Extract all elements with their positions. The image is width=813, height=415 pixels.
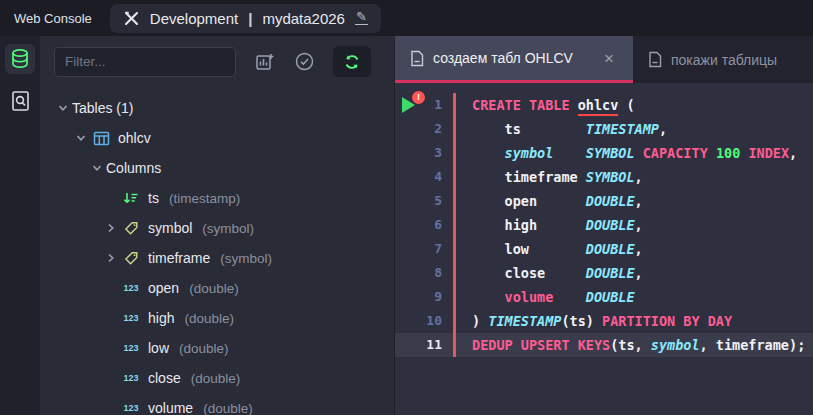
- chevron-right-icon[interactable]: [102, 222, 120, 234]
- code-text: ts TIMESTAMP,: [456, 117, 667, 141]
- tab-show-tables[interactable]: покажи таблицы: [633, 36, 792, 83]
- environment-name: Development: [150, 10, 238, 27]
- left-rail: [0, 36, 40, 415]
- tree-row-ts[interactable]: ts(timestamp): [40, 183, 394, 213]
- refresh-button[interactable]: [333, 46, 371, 77]
- number-type-icon: 123: [120, 283, 142, 293]
- code-line-6[interactable]: 6 high DOUBLE,: [395, 213, 813, 237]
- code-line-11[interactable]: 11DEDUP UPSERT KEYS(ts, symbol, timefram…: [395, 333, 813, 357]
- code-line-2[interactable]: 2 ts TIMESTAMP,: [395, 117, 813, 141]
- tab-create-table[interactable]: создаем табл OHLCV ×: [395, 36, 633, 83]
- line-number: 10: [395, 309, 453, 333]
- tables-tree: Tables (1)ohlcvColumnsts(timestamp)symbo…: [40, 85, 394, 415]
- tree-row-tables-1-[interactable]: Tables (1): [40, 93, 394, 123]
- tree-label: Columns: [106, 160, 161, 176]
- table-icon: [90, 131, 112, 146]
- tree-row-open[interactable]: 123open(double): [40, 273, 394, 303]
- instance-pill[interactable]: Development | mydata2026 ✎: [110, 4, 381, 33]
- line-number: 2: [395, 117, 453, 141]
- chevron-down-icon[interactable]: [54, 102, 72, 114]
- tree-label: high: [148, 310, 174, 326]
- number-type-icon: 123: [120, 343, 142, 353]
- line-number: 11: [395, 333, 453, 357]
- code-line-3[interactable]: 3 symbol SYMBOL CAPACITY 100 INDEX,: [395, 141, 813, 165]
- add-metrics-button[interactable]: [254, 51, 276, 73]
- tree-type-suffix: (symbol): [202, 221, 254, 236]
- tree-row-columns[interactable]: Columns: [40, 153, 394, 183]
- code-line-9[interactable]: 9 volume DOUBLE: [395, 285, 813, 309]
- tree-row-timeframe[interactable]: timeframe(symbol): [40, 243, 394, 273]
- code-text: DEDUP UPSERT KEYS(ts, symbol, timeframe)…: [456, 333, 805, 357]
- line-number: 6: [395, 213, 453, 237]
- file-icon: [648, 51, 662, 68]
- tables-panel-button[interactable]: [5, 44, 35, 74]
- check-circle-icon: [294, 51, 315, 72]
- topbar: Web Console Development | mydata2026 ✎: [0, 0, 813, 36]
- code-text: close DOUBLE,: [456, 261, 643, 285]
- code-text: ) TIMESTAMP(ts) PARTITION BY DAY: [456, 309, 732, 333]
- line-number: 4: [395, 165, 453, 189]
- line-number: 5: [395, 189, 453, 213]
- tree-label: volume: [148, 400, 193, 415]
- line-number: 8: [395, 261, 453, 285]
- code-text: volume DOUBLE: [456, 285, 635, 309]
- tree-label: open: [148, 280, 179, 296]
- line-number: 9: [395, 285, 453, 309]
- schema-explorer: Tables (1)ohlcvColumnsts(timestamp)symbo…: [40, 36, 395, 415]
- code-line-4[interactable]: 4 timeframe SYMBOL,: [395, 165, 813, 189]
- code-line-10[interactable]: 10) TIMESTAMP(ts) PARTITION BY DAY: [395, 309, 813, 333]
- tag-icon: [120, 251, 142, 266]
- chevron-down-icon[interactable]: [88, 162, 106, 174]
- tree-label: low: [148, 340, 169, 356]
- close-tab-icon[interactable]: ×: [600, 48, 618, 69]
- filter-input[interactable]: [54, 47, 236, 77]
- code-line-7[interactable]: 7 low DOUBLE,: [395, 237, 813, 261]
- tree-label: symbol: [148, 220, 192, 236]
- tab-label: создаем табл OHLCV: [433, 50, 573, 66]
- main-layout: Tables (1)ohlcvColumnsts(timestamp)symbo…: [0, 36, 813, 415]
- code-text: open DOUBLE,: [456, 189, 643, 213]
- timestamp-icon: [120, 191, 142, 205]
- validate-button[interactable]: [294, 51, 315, 72]
- code-text: CREATE TABLE ohlcv (: [456, 93, 635, 117]
- tree-type-suffix: (double): [179, 341, 229, 356]
- file-icon: [410, 50, 424, 67]
- error-badge: !: [412, 91, 425, 104]
- code-text: timeframe SYMBOL,: [456, 165, 643, 189]
- code-line-1[interactable]: 1CREATE TABLE ohlcv (: [395, 93, 813, 117]
- tree-type-suffix: (double): [184, 311, 234, 326]
- chevron-right-icon[interactable]: [102, 252, 120, 264]
- code-area[interactable]: ! 1CREATE TABLE ohlcv (2 ts TIMESTAMP,3 …: [395, 83, 813, 415]
- app-title: Web Console: [14, 11, 92, 26]
- tree-type-suffix: (double): [189, 281, 239, 296]
- tree-row-low[interactable]: 123low(double): [40, 333, 394, 363]
- tree-label: ohlcv: [118, 130, 151, 146]
- tree-label: timeframe: [148, 250, 210, 266]
- tree-label: ts: [148, 190, 159, 206]
- chevron-down-icon[interactable]: [72, 132, 90, 144]
- tag-icon: [120, 221, 142, 236]
- database-icon: [10, 48, 30, 70]
- tree-row-ohlcv[interactable]: ohlcv: [40, 123, 394, 153]
- refresh-icon: [343, 53, 361, 71]
- code-text: low DOUBLE,: [456, 237, 643, 261]
- tree-label: Tables (1): [72, 100, 133, 116]
- explorer-toolbar: [40, 36, 394, 85]
- edit-instance-icon[interactable]: ✎: [355, 11, 368, 25]
- tree-row-close[interactable]: 123close(double): [40, 363, 394, 393]
- code-lines: 1CREATE TABLE ohlcv (2 ts TIMESTAMP,3 sy…: [395, 93, 813, 357]
- code-line-5[interactable]: 5 open DOUBLE,: [395, 189, 813, 213]
- tools-icon: [123, 10, 140, 27]
- tree-type-suffix: (symbol): [220, 251, 272, 266]
- add-metrics-icon: [254, 51, 276, 73]
- query-log-button[interactable]: [5, 86, 35, 116]
- tree-row-symbol[interactable]: symbol(symbol): [40, 213, 394, 243]
- run-query-button[interactable]: !: [402, 96, 422, 114]
- tree-row-volume[interactable]: 123volume(double): [40, 393, 394, 415]
- tree-row-high[interactable]: 123high(double): [40, 303, 394, 333]
- tree-label: close: [148, 370, 181, 386]
- tree-type-suffix: (double): [203, 401, 253, 415]
- code-text: high DOUBLE,: [456, 213, 643, 237]
- code-line-8[interactable]: 8 close DOUBLE,: [395, 261, 813, 285]
- editor-tabbar: создаем табл OHLCV × покажи таблицы: [395, 36, 813, 83]
